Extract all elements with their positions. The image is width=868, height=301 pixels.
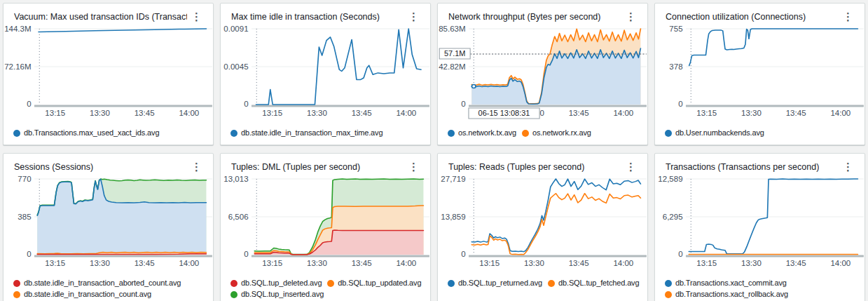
legend-color-swatch (448, 130, 455, 137)
legend-item[interactable]: os.network.rx.avg (522, 128, 591, 138)
kebab-menu-icon: ⋮ (843, 161, 853, 173)
legend-item[interactable]: db.Transactions.xact_commit.avg (665, 279, 787, 288)
svg-text:770: 770 (18, 175, 31, 182)
chart-panel-vacuum: Vacuum: Max used transaction IDs (Transa… (3, 3, 214, 145)
legend: db.Transactions.xact_commit.avgdb.Transa… (655, 277, 864, 301)
svg-text:13:45: 13:45 (786, 109, 806, 116)
legend-color-swatch (665, 130, 672, 137)
kebab-menu-button[interactable]: ⋮ (187, 11, 206, 23)
chart-panel-tuples-reads: Tuples: Reads (Tuples per second) ⋮ 27,7… (437, 153, 648, 301)
kebab-menu-button[interactable]: ⋮ (404, 11, 423, 23)
svg-text:14:00: 14:00 (179, 259, 199, 267)
svg-text:57.1M: 57.1M (444, 50, 466, 58)
svg-text:13:30: 13:30 (307, 259, 327, 267)
legend-item[interactable]: db.User.numbackends.avg (665, 128, 764, 138)
svg-text:13:15: 13:15 (696, 259, 717, 267)
legend-item[interactable]: db.state.idle_in_transaction_max_time.av… (230, 128, 383, 138)
legend-item[interactable]: db.SQL.tup_updated.avg (327, 279, 421, 288)
svg-text:14:00: 14:00 (830, 109, 850, 116)
panel-title: Max time idle in transaction (Seconds) (231, 11, 380, 23)
kebab-menu-icon: ⋮ (843, 11, 853, 22)
panel-title: Tuples: Reads (Tuples per second) (448, 161, 584, 173)
panel-title: Sessions (Sessions) (14, 161, 93, 173)
legend-item[interactable]: db.Transactions.max_used_xact_ids.avg (13, 128, 159, 138)
svg-text:14:00: 14:00 (613, 259, 633, 267)
kebab-menu-button[interactable]: ⋮ (404, 161, 423, 173)
svg-text:13:15: 13:15 (262, 259, 282, 267)
svg-text:0: 0 (678, 250, 682, 257)
svg-text:0: 0 (461, 100, 465, 107)
legend-item[interactable]: db.SQL.tup_returned.avg (448, 279, 542, 288)
panel-title: Vacuum: Max used transaction IDs (Transa… (14, 11, 187, 23)
panel-title: Transactions (Transactions per second) (666, 161, 819, 173)
legend-label: db.Transactions.xact_commit.avg (675, 279, 787, 288)
legend-color-swatch (548, 280, 555, 287)
svg-text:42.82M: 42.82M (439, 62, 465, 70)
chart-canvas[interactable]: 85.63M42.82M013:1513:3013:4514:0057.1M06… (438, 25, 647, 127)
kebab-menu-button[interactable]: ⋮ (621, 11, 640, 23)
legend-item[interactable]: db.SQL.tup_deleted.avg (230, 279, 322, 288)
chart-panel-transactions: Transactions (Transactions per second) ⋮… (654, 153, 865, 301)
svg-text:13:45: 13:45 (786, 259, 806, 267)
chart-canvas[interactable]: 144.3M72.16M013:1513:3013:4514:00 (4, 25, 213, 127)
kebab-menu-button[interactable]: ⋮ (621, 161, 640, 173)
svg-text:13:45: 13:45 (352, 109, 372, 116)
svg-text:0: 0 (461, 250, 465, 257)
legend-label: db.SQL.tup_returned.avg (458, 279, 542, 288)
legend: db.Transactions.max_used_xact_ids.avg (4, 127, 213, 145)
legend-label: os.network.rx.avg (532, 128, 591, 138)
svg-text:0.0045: 0.0045 (223, 62, 248, 70)
chart-canvas[interactable]: 770385013:1513:3013:4514:00 (4, 175, 213, 277)
dashboard-grid: Vacuum: Max used transaction IDs (Transa… (0, 0, 868, 301)
legend: db.state.idle_in_transaction_max_time.av… (221, 127, 430, 145)
chart-panel-connection-utilization: Connection utilization (Connections) ⋮ 7… (654, 3, 865, 145)
kebab-menu-button[interactable]: ⋮ (839, 161, 857, 173)
chart-canvas[interactable]: 0.00910.0045013:1513:3013:4514:00 (221, 25, 430, 127)
legend-color-swatch (230, 280, 237, 287)
svg-text:13:15: 13:15 (479, 259, 500, 267)
svg-text:13:15: 13:15 (45, 109, 65, 116)
kebab-menu-icon: ⋮ (191, 161, 202, 173)
chart-panel-tuples-dml: Tuples: DML (Tuples per second) ⋮ 13,013… (220, 153, 431, 301)
legend-item[interactable]: db.SQL.tup_inserted.avg (230, 290, 324, 299)
chart-canvas[interactable]: 755378013:1513:3013:4514:00 (655, 25, 864, 127)
kebab-menu-button[interactable]: ⋮ (839, 11, 857, 23)
svg-text:13:15: 13:15 (262, 109, 282, 116)
legend-label: db.state.idle_in_transaction_count.avg (24, 290, 151, 299)
svg-text:0: 0 (27, 250, 31, 257)
svg-text:13:15: 13:15 (45, 259, 65, 267)
svg-text:14:00: 14:00 (613, 109, 633, 116)
kebab-menu-button[interactable]: ⋮ (187, 161, 206, 173)
legend-label: db.state.idle_in_transaction_max_time.av… (241, 128, 383, 138)
legend-item[interactable]: db.state.idle_in_transaction_count.avg (13, 290, 151, 299)
legend-item[interactable]: db.Transactions.xact_rollback.avg (665, 290, 788, 299)
svg-text:0: 0 (27, 100, 31, 107)
svg-text:6,295: 6,295 (663, 213, 683, 220)
legend: os.network.tx.avgos.network.rx.avg (438, 127, 647, 145)
svg-text:14:00: 14:00 (396, 109, 416, 116)
legend-color-swatch (13, 280, 20, 287)
svg-text:13:45: 13:45 (569, 109, 589, 116)
svg-text:13:30: 13:30 (307, 109, 327, 116)
svg-text:385: 385 (18, 213, 31, 220)
svg-text:755: 755 (669, 25, 682, 32)
svg-text:13:30: 13:30 (90, 259, 110, 267)
legend-item[interactable]: os.network.tx.avg (448, 128, 516, 138)
svg-text:13:30: 13:30 (741, 109, 762, 116)
legend-item[interactable]: db.SQL.tup_fetched.avg (548, 279, 639, 288)
svg-text:13,013: 13,013 (223, 175, 248, 182)
legend: db.SQL.tup_deleted.avgdb.SQL.tup_updated… (221, 277, 430, 301)
chart-canvas[interactable]: 13,0136,506013:1513:3013:4514:00 (221, 175, 430, 277)
kebab-menu-icon: ⋮ (408, 161, 419, 173)
kebab-menu-icon: ⋮ (626, 11, 636, 22)
legend-item[interactable]: db.state.idle_in_transaction_aborted_cou… (13, 279, 181, 288)
svg-text:12,589: 12,589 (658, 175, 682, 182)
chart-panel-network-throughput: Network throughput (Bytes per second) ⋮ … (437, 3, 648, 145)
chart-canvas[interactable]: 27,71913,859013:1513:3013:4514:00 (438, 175, 647, 277)
legend-color-swatch (13, 130, 20, 137)
svg-text:06-15 13:08:31: 06-15 13:08:31 (478, 109, 530, 116)
legend-color-swatch (448, 280, 455, 287)
legend-color-swatch (327, 280, 334, 287)
legend: db.User.numbackends.avg (655, 127, 864, 145)
chart-canvas[interactable]: 12,5896,295013:1513:3013:4514:00 (655, 175, 864, 277)
